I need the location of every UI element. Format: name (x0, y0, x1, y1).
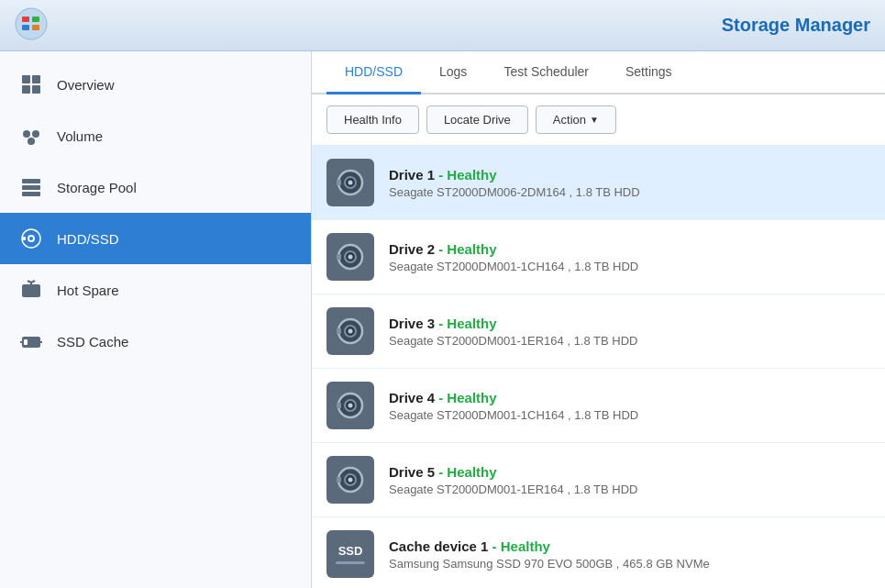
drive-list-item[interactable]: Drive 5 - Healthy Seagate ST2000DM001-1E… (312, 443, 885, 517)
svg-line-22 (31, 281, 35, 283)
drive-desc: Samsung Samsung SSD 970 EVO 500GB , 465.… (389, 557, 710, 571)
svg-line-21 (28, 281, 31, 283)
drive-status: - Healthy (438, 390, 496, 405)
drive-status: - Healthy (438, 167, 496, 183)
drive-status: - Healthy (438, 464, 496, 480)
drive-list-item[interactable]: Drive 1 - Healthy Seagate ST2000DM006-2D… (312, 146, 885, 220)
svg-rect-1 (22, 17, 29, 22)
svg-point-0 (16, 8, 47, 39)
drive-info: Drive 5 - Healthy Seagate ST2000DM001-1E… (389, 464, 637, 496)
svg-rect-24 (24, 339, 28, 345)
action-bar: Health Info Locate Drive Action ▼ (312, 94, 885, 146)
tab-hdd-ssd[interactable]: HDD/SSD (326, 51, 421, 94)
sidebar-item-overview[interactable]: Overview (0, 59, 311, 110)
drive-desc: Seagate ST2000DM001-1CH164 , 1.8 TB HDD (389, 260, 638, 273)
drive-info: Cache device 1 - Healthy Samsung Samsung… (389, 538, 710, 571)
svg-point-41 (348, 404, 353, 408)
svg-rect-7 (22, 85, 30, 94)
sidebar-overview-label: Overview (57, 77, 115, 93)
svg-point-17 (29, 237, 33, 240)
svg-rect-4 (32, 25, 39, 30)
drive-desc: Seagate ST2000DM001-1CH164 , 1.8 TB HDD (389, 408, 638, 422)
svg-rect-34 (337, 254, 341, 260)
app-logo (15, 7, 48, 43)
svg-rect-3 (32, 17, 39, 22)
app-title: Storage Manager (722, 15, 870, 36)
drive-name: Drive 4 - Healthy (389, 390, 638, 405)
tab-bar: HDD/SSD Logs Test Scheduler Settings (312, 51, 885, 94)
ssd-cache-icon (18, 328, 44, 354)
svg-rect-19 (22, 284, 40, 297)
tab-logs[interactable]: Logs (421, 51, 485, 94)
drive-list-item[interactable]: Drive 2 - Healthy Seagate ST2000DM001-1C… (312, 220, 885, 294)
sidebar-ssd-cache-label: SSD Cache (57, 334, 128, 349)
drive-info: Drive 4 - Healthy Seagate ST2000DM001-1C… (389, 390, 638, 422)
volume-icon (18, 123, 44, 149)
sidebar-storage-pool-label: Storage Pool (57, 180, 137, 195)
action-button[interactable]: Action ▼ (536, 105, 616, 134)
sidebar-volume-label: Volume (57, 128, 103, 144)
logo-icon (15, 7, 48, 40)
svg-rect-38 (337, 328, 341, 334)
drive-info: Drive 3 - Healthy Seagate ST2000DM001-1E… (389, 316, 637, 348)
hdd-icon (326, 456, 374, 504)
drive-info: Drive 2 - Healthy Seagate ST2000DM001-1C… (389, 241, 638, 273)
storage-pool-icon (18, 174, 44, 200)
health-info-button[interactable]: Health Info (326, 105, 419, 134)
sidebar-item-hdd-ssd[interactable]: HDD/SSD (0, 213, 311, 264)
hot-spare-icon (18, 277, 44, 303)
sidebar-item-volume[interactable]: Volume (0, 110, 311, 161)
drive-info: Drive 1 - Healthy Seagate ST2000DM006-2D… (389, 167, 640, 199)
sidebar-hdd-ssd-label: HDD/SSD (57, 231, 119, 247)
sidebar-item-storage-pool[interactable]: Storage Pool (0, 161, 311, 213)
svg-rect-6 (32, 75, 40, 83)
main-layout: Overview Volume Storage Pool (0, 51, 885, 588)
svg-point-9 (23, 130, 30, 138)
svg-rect-8 (32, 85, 40, 94)
locate-drive-button[interactable]: Locate Drive (426, 105, 528, 134)
sidebar-hot-spare-label: Hot Spare (57, 283, 119, 298)
drive-status: - Healthy (492, 538, 550, 554)
sidebar-item-hot-spare[interactable]: Hot Spare (0, 264, 311, 316)
hdd-icon (326, 307, 374, 355)
svg-point-10 (32, 130, 39, 138)
overview-icon (18, 72, 44, 97)
svg-rect-13 (22, 185, 40, 190)
svg-point-45 (348, 478, 353, 483)
drive-list: Drive 1 - Healthy Seagate ST2000DM006-2D… (312, 146, 885, 588)
action-dropdown-arrow: ▼ (590, 115, 599, 125)
drive-desc: Seagate ST2000DM001-1ER164 , 1.8 TB HDD (389, 483, 637, 496)
drive-list-item[interactable]: SSD Cache device 1 - Healthy Samsung Sam… (312, 517, 885, 588)
tab-settings[interactable]: Settings (607, 51, 691, 94)
svg-rect-14 (22, 192, 40, 196)
svg-rect-46 (337, 477, 341, 483)
svg-rect-30 (337, 180, 341, 185)
svg-rect-5 (22, 75, 30, 83)
drive-name: Drive 2 - Healthy (389, 241, 638, 257)
hdd-icon (326, 382, 374, 429)
svg-rect-2 (22, 25, 29, 30)
hdd-icon (326, 159, 374, 206)
drive-list-item[interactable]: Drive 4 - Healthy Seagate ST2000DM001-1C… (312, 369, 885, 443)
drive-desc: Seagate ST2000DM001-1ER164 , 1.8 TB HDD (389, 334, 637, 348)
drive-desc: Seagate ST2000DM006-2DM164 , 1.8 TB HDD (389, 185, 640, 199)
svg-rect-12 (22, 179, 40, 183)
hdd-icon (326, 233, 374, 281)
drive-status: - Healthy (438, 316, 496, 331)
drive-list-item[interactable]: Drive 3 - Healthy Seagate ST2000DM001-1E… (312, 294, 885, 369)
svg-point-29 (348, 181, 353, 185)
svg-point-33 (348, 255, 353, 260)
svg-point-37 (348, 329, 353, 334)
ssd-icon: SSD (326, 530, 374, 578)
drive-name: Drive 3 - Healthy (389, 316, 637, 331)
drive-status: - Healthy (438, 241, 496, 257)
app-header: Storage Manager (0, 0, 885, 51)
drive-name: Cache device 1 - Healthy (389, 538, 710, 554)
sidebar-item-ssd-cache[interactable]: SSD Cache (0, 316, 311, 367)
svg-rect-42 (337, 403, 341, 408)
content-area: HDD/SSD Logs Test Scheduler Settings Hea… (312, 51, 885, 588)
svg-rect-18 (22, 237, 26, 240)
tab-test-scheduler[interactable]: Test Scheduler (485, 51, 607, 94)
drive-name: Drive 1 - Healthy (389, 167, 640, 183)
sidebar: Overview Volume Storage Pool (0, 51, 312, 588)
